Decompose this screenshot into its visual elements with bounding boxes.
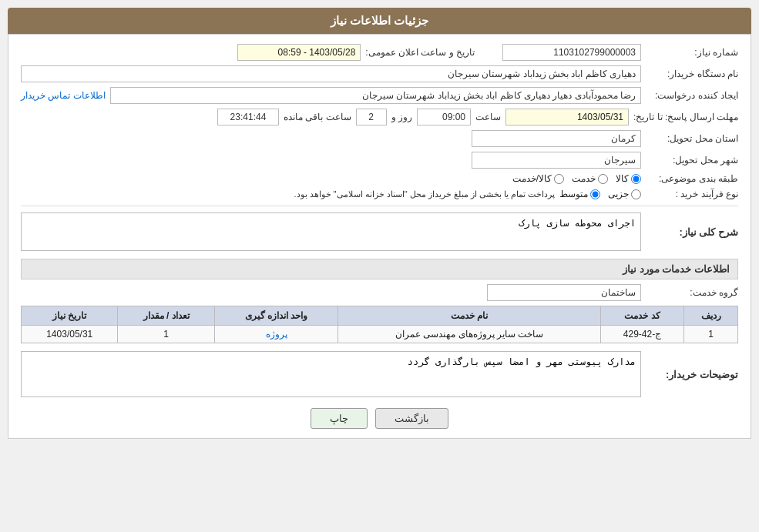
deadline-remaining-label: ساعت باقی مانده: [284, 112, 351, 122]
col-date: تاریخ نیاز: [22, 306, 118, 326]
deadline-label: مهلت ارسال پاسخ: تا تاریخ:: [633, 112, 738, 122]
page-wrapper: جزئیات اطلاعات نیاز شماره نیاز: 11031027…: [0, 0, 759, 532]
buyer-desc-textarea[interactable]: مدارک پیوستی مهر و امضا سپس بارگذاری گرد…: [21, 351, 641, 397]
deadline-row: مهلت ارسال پاسخ: تا تاریخ: 1403/05/31 سا…: [21, 109, 738, 125]
description-title: شرح کلی نیاز:: [646, 226, 738, 238]
need-number-row: شماره نیاز: 1103102799000003 تاریخ و ساع…: [21, 44, 738, 61]
city-label: شهر محل تحویل:: [646, 155, 738, 166]
description-textarea[interactable]: اجرای محوطه سازی پارک: [21, 212, 641, 251]
contact-link[interactable]: اطلاعات تماس خریدار: [21, 90, 106, 101]
deadline-time-label: ساعت: [475, 112, 501, 122]
purchase-type-option-jozii: جزیی: [608, 189, 641, 199]
print-button[interactable]: چاپ: [311, 408, 368, 429]
category-kala-khedmat-label: کالا/خدمت: [512, 173, 552, 184]
button-row: بازگشت چاپ: [21, 408, 738, 429]
services-section-title: اطلاعات خدمات مورد نیاز: [21, 259, 738, 279]
cell-date: 1403/05/31: [22, 326, 118, 343]
cell-unit: پروژه: [214, 326, 338, 343]
deadline-date: 1403/05/31: [505, 109, 629, 125]
date-value: 1403/05/28 - 08:59: [237, 44, 361, 61]
cell-code: ج-42-429: [601, 326, 684, 343]
province-value: کرمان: [472, 130, 641, 147]
col-unit: واحد اندازه گیری: [214, 306, 338, 326]
purchase-type-row: نوع فرآیند خرید : جزیی متوسط پرداخت تمام…: [21, 189, 738, 199]
category-kala-label: کالا: [616, 173, 629, 184]
city-value: سیرجان: [472, 152, 641, 169]
category-radio-kala-khedmat[interactable]: [554, 174, 564, 184]
service-group-label: گروه خدمت:: [646, 287, 738, 298]
category-radio-group: کالا خدمت کالا/خدمت: [512, 173, 641, 184]
category-option-khedmat: خدمت: [572, 173, 608, 184]
category-row: طبقه بندی موضوعی: کالا خدمت کالا/خدمت: [21, 173, 738, 184]
creator-label: ایجاد کننده درخواست:: [646, 90, 738, 101]
description-row: شرح کلی نیاز: اجرای محوطه سازی پارک: [21, 212, 738, 251]
col-quantity: تعداد / مقدار: [118, 306, 214, 326]
buyer-desc-row: توضیحات خریدار: مدارک پیوستی مهر و امضا …: [21, 351, 738, 397]
creator-value: رضا محمودآبادی دهیار دهیاری کاظم اباد بخ…: [110, 87, 641, 104]
back-button[interactable]: بازگشت: [375, 408, 448, 429]
page-title: جزئیات اطلاعات نیاز: [8, 8, 751, 34]
category-radio-kala[interactable]: [631, 174, 641, 184]
services-table: ردیف کد خدمت نام خدمت واحد اندازه گیری ت…: [21, 306, 738, 343]
purchase-type-jozii-label: جزیی: [608, 189, 629, 199]
buyer-desc-title: توضیحات خریدار:: [646, 369, 738, 380]
deadline-days: 2: [356, 109, 387, 125]
province-label: استان محل تحویل:: [646, 133, 738, 144]
col-row: ردیف: [684, 306, 738, 326]
buyer-org-value: دهیاری کاظم اباد بخش زیداباد شهرستان سیر…: [21, 65, 641, 82]
category-option-kala: کالا: [616, 173, 641, 184]
buyer-org-label: نام دستگاه خریدار:: [646, 69, 738, 79]
province-row: استان محل تحویل: کرمان: [21, 130, 738, 147]
service-group-row: گروه خدمت: ساختمان: [21, 284, 738, 301]
purchase-type-motevaset-label: متوسط: [559, 189, 588, 199]
deadline-time: 09:00: [417, 109, 471, 125]
table-row: 1 ج-42-429 ساخت سایر پروژه‌های مهندسی عم…: [22, 326, 738, 343]
need-number-label: شماره نیاز:: [646, 47, 738, 58]
separator-1: [21, 206, 738, 206]
need-number-value: 1103102799000003: [502, 44, 641, 61]
purchase-type-radio-motevaset[interactable]: [590, 189, 600, 199]
date-label: تاریخ و ساعت اعلان عمومی:: [365, 47, 475, 58]
col-name: نام خدمت: [338, 306, 601, 326]
purchase-type-note: پرداخت تمام یا بخشی از مبلغ خریداز محل "…: [294, 189, 555, 199]
deadline-remaining: 23:41:44: [217, 109, 279, 125]
purchase-type-option-motevaset: متوسط: [559, 189, 600, 199]
category-radio-khedmat[interactable]: [598, 174, 608, 184]
cell-name: ساخت سایر پروژه‌های مهندسی عمران: [338, 326, 601, 343]
purchase-type-label: نوع فرآیند خرید :: [646, 189, 738, 199]
col-code: کد خدمت: [601, 306, 684, 326]
creator-row: ایجاد کننده درخواست: رضا محمودآبادی دهیا…: [21, 87, 738, 104]
service-group-value: ساختمان: [487, 284, 641, 301]
deadline-days-label: روز و: [391, 112, 412, 122]
purchase-type-radio-group: جزیی متوسط: [559, 189, 641, 199]
main-card: شماره نیاز: 1103102799000003 تاریخ و ساع…: [8, 34, 751, 439]
category-option-kala-khedmat: کالا/خدمت: [512, 173, 564, 184]
cell-quantity: 1: [118, 326, 214, 343]
purchase-type-radio-jozii[interactable]: [631, 189, 641, 199]
category-label: طبقه بندی موضوعی:: [646, 173, 738, 184]
buyer-org-row: نام دستگاه خریدار: دهیاری کاظم اباد بخش …: [21, 65, 738, 82]
cell-row: 1: [684, 326, 738, 343]
category-khedmat-label: خدمت: [572, 173, 596, 184]
city-row: شهر محل تحویل: سیرجان: [21, 152, 738, 169]
